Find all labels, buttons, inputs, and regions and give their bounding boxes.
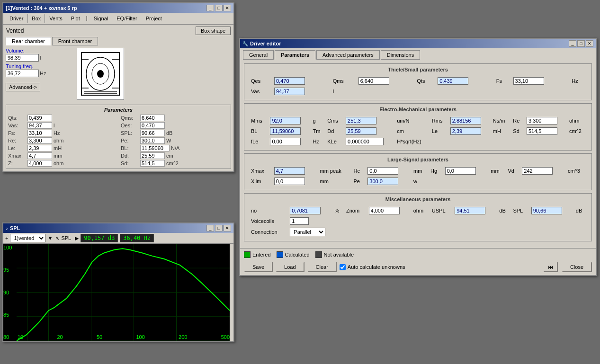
driver-close-button[interactable]: ✕: [586, 40, 593, 47]
hg-input[interactable]: [445, 167, 476, 175]
qms-input[interactable]: [358, 77, 389, 85]
param-spl: SPL: dB: [121, 130, 229, 136]
param-vas-input[interactable]: [27, 122, 52, 129]
param-qts-input[interactable]: [27, 115, 52, 121]
uspl-input[interactable]: [455, 207, 485, 214]
left-panel: Volume: l Tuning freq. Hz Advanced->: [6, 48, 74, 100]
param-fs-input[interactable]: [27, 130, 52, 136]
spl-window-controls: _ □ ✕: [206, 225, 231, 231]
front-chamber-tab[interactable]: Front chamber: [52, 37, 99, 45]
param-re-input[interactable]: [27, 137, 52, 144]
qes-input[interactable]: [274, 77, 305, 85]
tab-parameters[interactable]: Parameters: [275, 50, 315, 60]
spl-misc-input[interactable]: [531, 207, 562, 214]
param-qms-input[interactable]: [140, 115, 165, 121]
fle-label: fLe: [249, 137, 267, 146]
driver-minimize-button[interactable]: _: [569, 40, 576, 47]
menu-project[interactable]: Project: [142, 14, 166, 23]
maximize-button[interactable]: □: [215, 5, 223, 11]
misc-table: no % Znom ohm USPL dB SPL dB Voicecoils: [248, 205, 588, 238]
tab-general[interactable]: General: [243, 50, 274, 60]
speaker-image: [77, 48, 124, 100]
param-bl-input[interactable]: [140, 145, 170, 151]
auto-calc-label[interactable]: Auto calculate unknowns: [340, 264, 405, 270]
main-title-bar: [1]Vented : 304 + колпак 5 гр _ □ ✕: [3, 3, 233, 13]
menu-signal[interactable]: Signal: [90, 14, 113, 23]
vd-input[interactable]: [522, 167, 553, 175]
volume-input[interactable]: [6, 54, 39, 62]
param-spl-input[interactable]: [140, 130, 165, 136]
advanced-button[interactable]: Advanced->: [6, 83, 40, 91]
rms-label: Rms: [430, 116, 448, 125]
menu-box[interactable]: Box: [27, 14, 45, 23]
dd-unit: cm: [395, 126, 429, 136]
param-dd-input[interactable]: [140, 152, 165, 159]
xmax-input[interactable]: [274, 167, 305, 175]
param-le-input[interactable]: [27, 145, 52, 151]
voicecoils-input[interactable]: [290, 217, 309, 225]
spl-maximize-button[interactable]: □: [215, 225, 223, 231]
fle-input[interactable]: [270, 138, 301, 145]
connection-select[interactable]: Parallel Series: [290, 228, 325, 236]
box-type-label: Vented: [6, 27, 24, 34]
menu-vents[interactable]: Vents: [45, 14, 67, 23]
clear-button[interactable]: Clear: [307, 262, 337, 272]
kle-input[interactable]: [346, 138, 384, 145]
znom-input[interactable]: [369, 207, 400, 214]
vas-input[interactable]: [274, 88, 305, 95]
close-driver-button[interactable]: Close: [562, 262, 592, 272]
sd-input[interactable]: [527, 127, 557, 135]
spl-db-reading: 90,157 dB: [81, 234, 118, 242]
qts-input[interactable]: [438, 77, 468, 85]
param-re: Re: ohm: [8, 137, 116, 144]
rms-input[interactable]: [450, 117, 481, 124]
pe-large-input[interactable]: [367, 178, 398, 185]
thiele-small-title: Thiele/Small parameters: [248, 67, 588, 72]
qms-label: Qms: [331, 76, 356, 86]
param-sd-input[interactable]: [140, 160, 165, 167]
menu-plot[interactable]: Plot: [67, 14, 84, 23]
menu-driver[interactable]: Driver: [5, 14, 27, 23]
volume-unit: l: [40, 55, 41, 61]
electro-param-table: Mms g Cms um/N Rms Ns/m Re ohm BL Tm: [248, 115, 588, 147]
hc-input[interactable]: [367, 167, 398, 175]
close-button[interactable]: ✕: [224, 5, 231, 11]
no-input[interactable]: [290, 207, 321, 214]
tuning-freq-input[interactable]: [6, 70, 39, 77]
toolbar: Vented Box shape: [3, 25, 233, 37]
spl-minimize-button[interactable]: _: [206, 225, 214, 231]
track-selector[interactable]: 1)vented :: [10, 234, 45, 242]
load-button[interactable]: Load: [276, 262, 304, 272]
param-qms: Qms:: [121, 115, 229, 121]
param-pe-input[interactable]: [140, 137, 165, 144]
param-qes-input[interactable]: [140, 122, 165, 129]
dd-input[interactable]: [346, 127, 376, 135]
param-vas: Vas: l: [8, 122, 116, 129]
minimize-button[interactable]: _: [206, 5, 214, 11]
save-button[interactable]: Save: [244, 262, 273, 272]
bl-input[interactable]: [270, 127, 301, 135]
fs-input[interactable]: [513, 77, 544, 85]
tab-dimensions[interactable]: Dimensions: [381, 50, 420, 60]
tab-advanced-parameters[interactable]: Advanced parameters: [316, 50, 380, 60]
back-button[interactable]: ⏮: [543, 262, 558, 272]
legend-row: Entered Calculated Not available: [244, 251, 592, 258]
param-z-input[interactable]: [27, 160, 52, 167]
hg-label: Hg: [429, 166, 442, 176]
cms-input[interactable]: [346, 117, 376, 124]
spl-close-button[interactable]: ✕: [224, 225, 231, 231]
y-label-80: 80: [3, 334, 17, 340]
rear-chamber-tab[interactable]: Rear chamber: [6, 37, 51, 45]
xlim-input[interactable]: [274, 178, 305, 185]
driver-maximize-button[interactable]: □: [577, 40, 585, 47]
not-available-color-box: [315, 251, 322, 258]
param-xmax-input[interactable]: [27, 152, 52, 159]
fs-label: Fs: [494, 76, 510, 86]
auto-calc-checkbox[interactable]: [340, 264, 346, 270]
le-input[interactable]: [450, 127, 481, 135]
mms-input[interactable]: [270, 117, 301, 124]
menu-eq-filter[interactable]: EQ/Filter: [112, 14, 141, 23]
play-icon: ▶: [75, 235, 79, 241]
re-input[interactable]: [527, 117, 557, 124]
box-shape-button[interactable]: Box shape: [196, 27, 231, 35]
